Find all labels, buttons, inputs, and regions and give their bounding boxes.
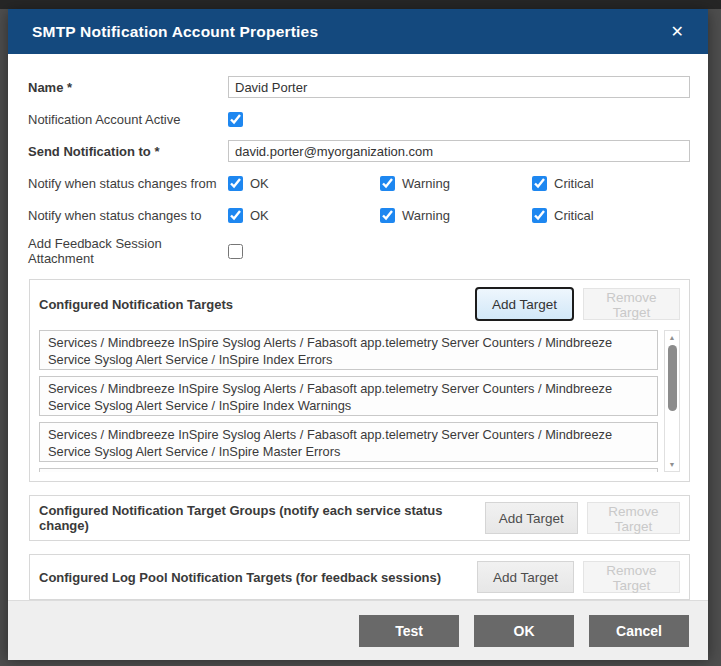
changes-from-warning-checkbox[interactable] [380, 176, 395, 191]
send-to-row: Send Notification to * [28, 140, 690, 162]
attachment-row: Add Feedback Session Attachment [28, 236, 690, 266]
name-input[interactable] [228, 76, 690, 98]
changes-from-critical-checkbox[interactable] [532, 176, 547, 191]
changes-to-ok-checkbox[interactable] [228, 208, 243, 223]
dialog-header: SMTP Notification Account Properties ✕ [8, 9, 708, 54]
changes-to-ok-group: OK [228, 208, 380, 223]
changes-to-label: Notify when status changes to [28, 208, 228, 223]
cancel-button[interactable]: Cancel [589, 615, 689, 647]
notification-targets-section: Configured Notification Targets Add Targ… [29, 279, 690, 482]
background-overlay-top [0, 0, 721, 9]
target-list-item-partial[interactable] [39, 468, 658, 472]
changes-from-label: Notify when status changes from [28, 176, 228, 191]
attachment-checkbox[interactable] [228, 244, 243, 259]
changes-to-critical-group: Critical [532, 208, 594, 223]
account-active-checkbox[interactable] [228, 112, 243, 127]
log-pool-remove-button[interactable]: Remove Target [583, 561, 680, 593]
targets-list: Services / Mindbreeze InSpire Syslog Ale… [39, 330, 658, 472]
changes-to-ok-label: OK [250, 208, 269, 223]
scrollbar-thumb[interactable] [668, 345, 677, 411]
dialog-body: Name * Notification Account Active Send … [8, 54, 708, 600]
attachment-label: Add Feedback Session Attachment [28, 236, 228, 266]
target-groups-remove-button[interactable]: Remove Target [587, 502, 680, 534]
changes-to-warning-label: Warning [402, 208, 450, 223]
changes-from-row: Notify when status changes from OK Warni… [28, 172, 690, 194]
changes-from-warning-label: Warning [402, 176, 450, 191]
name-label: Name * [28, 80, 228, 95]
changes-from-ok-checkbox[interactable] [228, 176, 243, 191]
smtp-account-properties-dialog: SMTP Notification Account Properties ✕ N… [8, 9, 708, 657]
name-row: Name * [28, 76, 690, 98]
log-pool-add-button[interactable]: Add Target [477, 561, 574, 593]
changes-from-ok-label: OK [250, 176, 269, 191]
changes-to-warning-group: Warning [380, 208, 532, 223]
dialog-footer: Test OK Cancel [8, 600, 708, 660]
log-pool-targets-label: Configured Log Pool Notification Targets… [39, 570, 477, 585]
target-groups-section: Configured Notification Target Groups (n… [29, 495, 690, 541]
send-to-label: Send Notification to * [28, 144, 228, 159]
changes-to-warning-checkbox[interactable] [380, 208, 395, 223]
account-active-row: Notification Account Active [28, 108, 690, 130]
test-button[interactable]: Test [359, 615, 459, 647]
changes-to-critical-checkbox[interactable] [532, 208, 547, 223]
changes-from-warning-group: Warning [380, 176, 532, 191]
targets-scrollbar[interactable]: ▲ ▼ [664, 330, 680, 472]
dialog-title: SMTP Notification Account Properties [32, 23, 318, 41]
target-groups-label: Configured Notification Target Groups (n… [39, 503, 485, 533]
ok-button[interactable]: OK [474, 615, 574, 647]
changes-from-critical-group: Critical [532, 176, 594, 191]
target-list-item[interactable]: Services / Mindbreeze InSpire Syslog Ale… [39, 330, 658, 370]
scroll-down-icon[interactable]: ▼ [669, 460, 676, 469]
changes-to-row: Notify when status changes to OK Warning… [28, 204, 690, 226]
changes-to-critical-label: Critical [554, 208, 594, 223]
scroll-up-icon[interactable]: ▲ [669, 333, 676, 342]
targets-remove-button[interactable]: Remove Target [583, 288, 680, 320]
close-icon[interactable]: ✕ [671, 24, 684, 40]
changes-from-ok-group: OK [228, 176, 380, 191]
account-active-label: Notification Account Active [28, 112, 228, 127]
targets-add-button[interactable]: Add Target [475, 287, 574, 321]
notification-targets-label: Configured Notification Targets [39, 297, 475, 312]
target-list-item[interactable]: Services / Mindbreeze InSpire Syslog Ale… [39, 422, 658, 462]
target-groups-add-button[interactable]: Add Target [485, 502, 578, 534]
changes-from-critical-label: Critical [554, 176, 594, 191]
target-list-item[interactable]: Services / Mindbreeze InSpire Syslog Ale… [39, 376, 658, 416]
notification-targets-header: Configured Notification Targets Add Targ… [39, 287, 680, 321]
log-pool-targets-section: Configured Log Pool Notification Targets… [29, 554, 690, 600]
targets-list-wrap: Services / Mindbreeze InSpire Syslog Ale… [39, 330, 680, 472]
send-to-input[interactable] [228, 140, 690, 162]
